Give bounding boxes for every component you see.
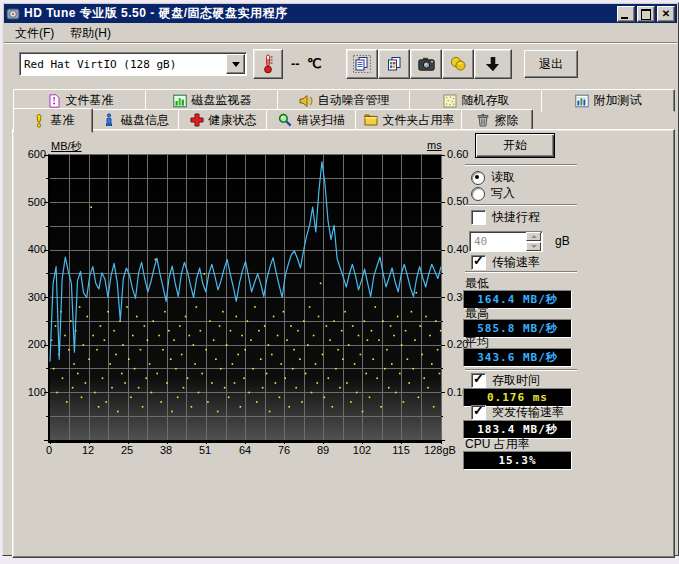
chart-gridlines	[50, 155, 441, 440]
screenshot-button[interactable]	[410, 49, 442, 79]
window-title: HD Tune 专业版 5.50 - 硬盘/固态硬盘实用程序	[24, 5, 287, 22]
app-icon	[6, 7, 20, 21]
tab-health[interactable]: 健康状态	[178, 109, 268, 131]
coins-icon	[450, 56, 467, 72]
burst-rate-checkbox[interactable]	[471, 405, 486, 420]
temperature-unit: ℃	[307, 56, 322, 71]
separator	[465, 164, 577, 166]
app-window: HD Tune 专业版 5.50 - 硬盘/固态硬盘实用程序 ✕ 文件(F) 帮…	[2, 2, 679, 556]
menu-bar: 文件(F) 帮助(H)	[4, 23, 677, 44]
write-radio[interactable]	[471, 187, 485, 201]
start-button-label: 开始	[503, 137, 527, 154]
tab-label: 附加测试	[594, 92, 642, 109]
extra-tests-icon	[575, 94, 589, 108]
left-axis-title: MB/秒	[51, 139, 82, 154]
transfer-rate-label: 传输速率	[492, 254, 540, 271]
read-radio[interactable]	[471, 171, 485, 185]
close-button[interactable]: ✕	[657, 6, 675, 22]
axis-tick-label: 38	[160, 444, 172, 456]
axis-tick-label: 115	[392, 444, 410, 456]
exclamation-icon	[32, 114, 46, 128]
maximize-button[interactable]	[637, 6, 655, 22]
donate-button[interactable]	[442, 49, 474, 79]
transfer-rate-checkbox[interactable]	[471, 255, 486, 270]
temperature-button[interactable]	[253, 49, 283, 79]
magnifier-icon	[278, 113, 292, 127]
burst-rate-label: 突发传输速率	[492, 404, 564, 421]
axis-tick-label: 300	[28, 291, 46, 303]
thermometer-icon	[262, 54, 274, 74]
chevron-down-icon	[531, 245, 537, 248]
avg-value-display: 343.6 MB/秒	[463, 348, 572, 367]
axis-tick-label: 89	[317, 444, 329, 456]
stroke-size-value: 40	[470, 235, 526, 248]
random-access-icon	[443, 94, 457, 108]
start-button[interactable]: 开始	[475, 133, 555, 158]
axis-tick-label: 0.40	[447, 243, 468, 255]
copy-text-icon	[353, 55, 371, 73]
axis-tick-label: 12	[82, 444, 94, 456]
axis-tick-label: 51	[199, 444, 211, 456]
spinner-down-button[interactable]	[526, 242, 541, 251]
tab-label: 自动噪音管理	[318, 92, 390, 109]
temperature-value: --	[291, 56, 300, 71]
short-stroke-label: 快捷行程	[492, 209, 540, 226]
x-axis-ticks: 012253851647689102115128gB	[49, 444, 440, 458]
copy-image-icon	[386, 56, 402, 72]
drive-select[interactable]: Red Hat VirtIO (128 gB)	[19, 52, 247, 76]
menu-file[interactable]: 文件(F)	[8, 23, 61, 44]
tab-error-scan[interactable]: 错误扫描	[266, 109, 357, 131]
drive-select-value: Red Hat VirtIO (128 gB)	[20, 58, 225, 71]
trash-icon	[476, 113, 490, 127]
tab-folder-usage[interactable]: 文件夹占用率	[355, 109, 463, 131]
axis-tick-label: 25	[121, 444, 133, 456]
burst-rate-row[interactable]: 突发传输速率	[471, 404, 564, 421]
cpu-usage-display: 15.3%	[463, 451, 572, 470]
exit-button[interactable]: 退出	[524, 50, 578, 78]
tab-disk-info[interactable]: 磁盘信息	[91, 109, 180, 131]
tab-label: 擦除	[495, 112, 519, 129]
camera-icon	[418, 57, 435, 71]
separator	[465, 204, 577, 206]
menu-help[interactable]: 帮助(H)	[63, 23, 118, 44]
copy-image-button[interactable]	[378, 49, 410, 79]
copy-text-button[interactable]	[346, 49, 378, 79]
stroke-size-spinner[interactable]: 40	[469, 231, 543, 252]
axis-tick-label: 76	[278, 444, 290, 456]
access-time-checkbox[interactable]	[471, 373, 486, 388]
transfer-rate-row[interactable]: 传输速率	[471, 254, 540, 271]
maximize-icon	[641, 9, 651, 20]
health-cross-icon	[190, 113, 204, 127]
save-results-button[interactable]	[474, 49, 512, 79]
exit-button-label: 退出	[539, 56, 563, 73]
tab-label: 文件夹占用率	[383, 112, 455, 129]
access-time-row[interactable]: 存取时间	[471, 372, 540, 389]
separator	[465, 271, 577, 273]
chevron-down-icon	[232, 62, 240, 67]
axis-tick-label: 200	[28, 338, 46, 350]
tab-label: 文件基准	[66, 92, 114, 109]
axis-tick-label: 500	[28, 196, 46, 208]
info-icon	[102, 113, 116, 127]
title-bar: HD Tune 专业版 5.50 - 硬盘/固态硬盘实用程序 ✕	[4, 4, 677, 23]
axis-tick-label: 600	[28, 148, 46, 160]
disk-monitor-icon	[173, 94, 187, 108]
benchmark-chart	[48, 154, 442, 443]
spinner-up-button[interactable]	[526, 232, 541, 241]
folder-icon	[364, 113, 378, 127]
drive-select-dropdown-button[interactable]	[226, 54, 245, 74]
write-radio-row[interactable]: 写入	[471, 185, 515, 202]
tab-erase[interactable]: 擦除	[461, 109, 533, 131]
short-stroke-checkbox[interactable]	[471, 210, 486, 225]
axis-tick-label: 100	[28, 386, 46, 398]
tab-benchmark[interactable]: 基准	[13, 108, 93, 133]
chart-plot	[50, 155, 441, 440]
tab-label: 磁盘信息	[121, 112, 169, 129]
left-axis-ticks: 600500400300200100	[19, 154, 46, 439]
minimize-button[interactable]	[617, 6, 635, 22]
tab-extra-tests[interactable]: 附加测试	[541, 89, 675, 112]
close-icon: ✕	[658, 7, 674, 21]
short-stroke-row[interactable]: 快捷行程	[471, 209, 540, 226]
read-radio-row[interactable]: 读取	[471, 169, 515, 186]
speaker-icon	[299, 94, 313, 108]
